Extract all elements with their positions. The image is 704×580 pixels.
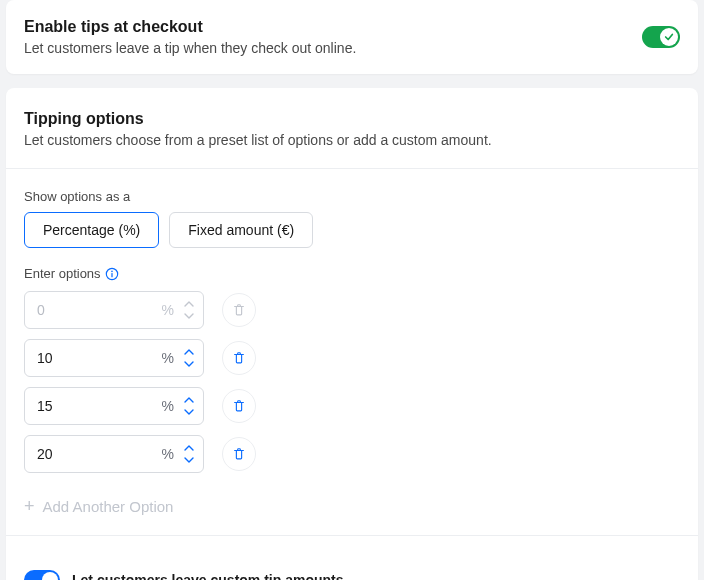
custom-tip-label: Let customers leave custom tip amounts	[72, 572, 344, 580]
svg-rect-2	[111, 272, 112, 276]
toggle-knob	[660, 28, 678, 46]
show-options-label-text: Show options as a	[24, 189, 130, 204]
custom-tip-row: Let customers leave custom tip amounts	[24, 556, 680, 580]
option-input[interactable]	[24, 339, 204, 377]
enter-options-label: Enter options	[24, 266, 680, 281]
option-stepper	[180, 440, 198, 468]
stepper-down-icon[interactable]	[180, 454, 198, 466]
show-options-segmented: Percentage (%) Fixed amount (€)	[24, 212, 680, 248]
stepper-down-icon[interactable]	[180, 310, 198, 322]
option-stepper	[180, 296, 198, 324]
tipping-title: Tipping options	[24, 110, 680, 128]
tipping-subtitle: Let customers choose from a preset list …	[24, 132, 680, 148]
stepper-down-icon[interactable]	[180, 358, 198, 370]
option-input-wrap: %	[24, 435, 204, 473]
stepper-up-icon[interactable]	[180, 442, 198, 454]
mode-fixed-button[interactable]: Fixed amount (€)	[169, 212, 313, 248]
enter-options-label-text: Enter options	[24, 266, 101, 281]
check-icon	[664, 32, 674, 42]
stepper-up-icon[interactable]	[180, 346, 198, 358]
trash-icon	[232, 399, 246, 413]
divider	[6, 535, 698, 536]
option-input[interactable]	[24, 435, 204, 473]
stepper-up-icon[interactable]	[180, 394, 198, 406]
custom-tip-toggle[interactable]	[24, 570, 60, 580]
toggle-knob	[42, 572, 58, 580]
option-input-wrap: %	[24, 387, 204, 425]
stepper-down-icon[interactable]	[180, 406, 198, 418]
option-input-wrap: %	[24, 291, 204, 329]
mode-percentage-button[interactable]: Percentage (%)	[24, 212, 159, 248]
enter-options-section: Enter options % %	[24, 266, 680, 515]
enable-tips-subtitle: Let customers leave a tip when they chec…	[24, 40, 642, 56]
option-input[interactable]	[24, 291, 204, 329]
option-row: %	[24, 387, 680, 425]
option-stepper	[180, 344, 198, 372]
trash-icon	[232, 447, 246, 461]
add-option-button[interactable]: + Add Another Option	[24, 497, 680, 515]
divider	[6, 168, 698, 169]
info-icon[interactable]	[105, 267, 119, 281]
add-option-label: Add Another Option	[43, 498, 174, 515]
option-row: %	[24, 339, 680, 377]
enable-tips-title: Enable tips at checkout	[24, 18, 642, 36]
show-options-label: Show options as a	[24, 189, 680, 204]
enable-tips-card: Enable tips at checkout Let customers le…	[6, 0, 698, 74]
enable-tips-toggle[interactable]	[642, 26, 680, 48]
svg-point-1	[111, 270, 113, 272]
delete-option-button[interactable]	[222, 437, 256, 471]
enable-tips-text: Enable tips at checkout Let customers le…	[24, 18, 642, 56]
option-row: %	[24, 291, 680, 329]
option-stepper	[180, 392, 198, 420]
option-input[interactable]	[24, 387, 204, 425]
delete-option-button[interactable]	[222, 293, 256, 327]
trash-icon	[232, 351, 246, 365]
delete-option-button[interactable]	[222, 341, 256, 375]
option-row: %	[24, 435, 680, 473]
plus-icon: +	[24, 497, 35, 515]
delete-option-button[interactable]	[222, 389, 256, 423]
tipping-options-card: Tipping options Let customers choose fro…	[6, 88, 698, 580]
trash-icon	[232, 303, 246, 317]
stepper-up-icon[interactable]	[180, 298, 198, 310]
option-input-wrap: %	[24, 339, 204, 377]
